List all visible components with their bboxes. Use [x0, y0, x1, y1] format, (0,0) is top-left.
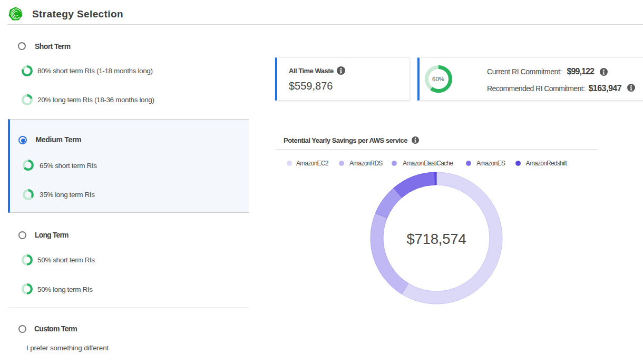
svg-text:60%: 60%: [432, 76, 444, 82]
